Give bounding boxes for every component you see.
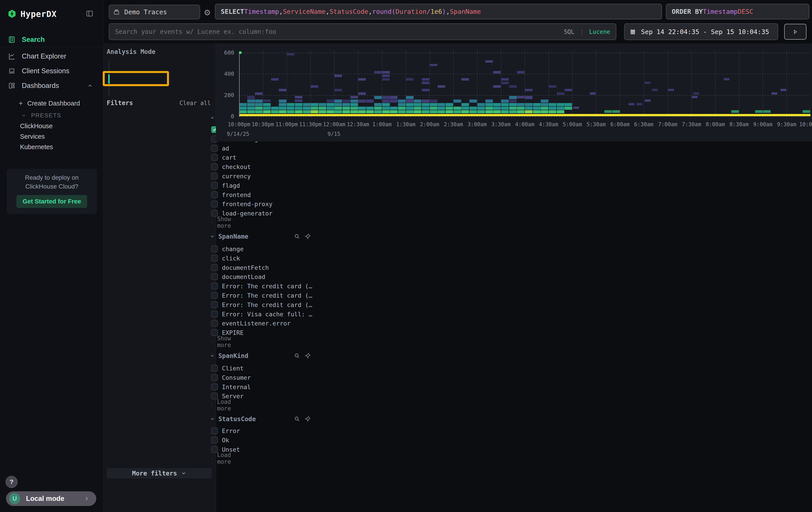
facet-pin-icon[interactable] (304, 353, 311, 359)
source-select[interactable]: Demo Traces (109, 5, 200, 19)
preset-link-clickhouse[interactable]: ClickHouse (20, 123, 53, 130)
gear-icon[interactable]: ⚙ (204, 8, 211, 17)
facet-pin-icon[interactable] (304, 233, 311, 240)
run-query-button[interactable] (784, 24, 807, 39)
facet-option-documentfetch[interactable]: documentFetch (211, 263, 316, 272)
checkbox[interactable] (211, 437, 218, 443)
create-dashboard-button[interactable]: + Create Dashboard (19, 99, 80, 108)
facet-option-label: flagd (222, 182, 240, 189)
facet-show-more-link[interactable]: Show more (211, 337, 233, 346)
checkbox[interactable] (211, 182, 218, 189)
facet-option-checkout[interactable]: checkout (211, 162, 316, 171)
facet-option-frontend-proxy[interactable]: frontend-proxy (211, 199, 316, 209)
language-toggle[interactable]: SQL | Lucene (564, 28, 610, 35)
facet-option-flagd[interactable]: flagd (211, 181, 316, 190)
y-tick-label: 0 (213, 113, 234, 119)
facet-option-client[interactable]: Client (211, 363, 316, 373)
x-tick-label: 6:00am (607, 121, 633, 128)
checkbox[interactable] (211, 292, 218, 299)
sidebar-item-chart-explorer[interactable]: Chart Explorer (0, 50, 104, 62)
facet-option-label: checkout (222, 163, 251, 170)
preset-link-kubernetes[interactable]: Kubernetes (20, 143, 53, 151)
facet-header-spankind[interactable]: SpanKind (210, 351, 317, 360)
facet-option-error-the-credit-card[interactable]: Error: The credit card (… (211, 300, 316, 309)
facet-load-more-link[interactable]: Load more (211, 401, 233, 410)
checkbox[interactable] (211, 173, 218, 180)
highlight-box (103, 71, 169, 86)
x-date-label: 9/15 (327, 131, 340, 137)
checkbox[interactable] (211, 264, 218, 271)
select-clause-input[interactable]: SELECT Timestamp, ServiceName, StatusCod… (215, 4, 662, 19)
facet-option-eventlistener-error[interactable]: eventListener.error (211, 319, 316, 328)
logo-text: HyperDX (21, 9, 57, 19)
facet-load-more-link[interactable]: Load more (211, 454, 233, 463)
preset-link-services[interactable]: Services (20, 133, 45, 140)
facet-option-error[interactable]: Error (211, 426, 316, 435)
facet-option-label: Error (222, 427, 240, 434)
promo-line1: Ready to deploy on (7, 174, 97, 181)
x-tick-label: 8:30am (726, 121, 752, 128)
facet-option-change[interactable]: change (211, 244, 316, 253)
help-button[interactable]: ? (5, 476, 18, 488)
facet-option-ad[interactable]: ad (211, 143, 316, 153)
lucene-toggle[interactable]: Lucene (589, 28, 610, 35)
clear-all-button[interactable]: Clear all (179, 100, 211, 106)
facet-show-more-link[interactable]: Show more (211, 218, 233, 227)
facet-search-icon[interactable] (294, 353, 300, 359)
facet-pin-icon[interactable] (304, 416, 311, 422)
x-tick-label: 8:00am (702, 121, 729, 128)
sql-toggle[interactable]: SQL (564, 28, 574, 35)
facet-option-cart[interactable]: cart (211, 153, 316, 162)
facet-option-consumer[interactable]: Consumer (211, 373, 316, 382)
checkbox[interactable] (211, 145, 218, 152)
checkbox[interactable] (211, 283, 218, 289)
facet-option-frontend[interactable]: frontend (211, 190, 316, 199)
checkbox[interactable] (211, 427, 218, 434)
checkbox[interactable] (211, 365, 218, 372)
order-by-input[interactable]: ORDER BY Timestamp DESC (666, 4, 809, 19)
checkbox[interactable] (211, 374, 218, 381)
checkbox[interactable] (211, 200, 218, 207)
collapse-sidebar-icon[interactable] (86, 10, 93, 17)
facet-header-spanname[interactable]: SpanName (210, 232, 317, 241)
checkbox[interactable] (211, 301, 218, 308)
x-tick-label: 10:30pm (250, 121, 276, 128)
presets-toggle[interactable]: PRESETS (21, 112, 61, 119)
chevron-down-icon (21, 113, 26, 118)
facet-search-icon[interactable] (294, 233, 300, 240)
x-tick-label: 12:00am (321, 121, 348, 128)
checkbox[interactable] (211, 320, 218, 327)
y-tick-label: 200 (213, 92, 234, 99)
checkbox[interactable] (211, 246, 218, 252)
facet-header-statuscode[interactable]: StatusCode (210, 414, 317, 424)
facet-option-currency[interactable]: currency (211, 171, 316, 181)
hyperdx-logo-icon (7, 9, 17, 18)
checkbox[interactable] (211, 255, 218, 262)
more-filters-button[interactable]: More filters (107, 468, 212, 478)
facet-option-ok[interactable]: Ok (211, 435, 316, 445)
checkbox[interactable] (211, 163, 218, 170)
search-input[interactable]: Search your events w/ Lucene ex. column:… (109, 23, 616, 40)
sidebar-item-dashboards[interactable]: Dashboards (0, 79, 104, 92)
event-deltas-heatmap[interactable] (239, 50, 810, 117)
facet-option-error-the-credit-card[interactable]: Error: The credit card (… (211, 281, 316, 291)
date-range-picker[interactable]: Sep 14 22:04:35 - Sep 15 10:04:35 (624, 23, 778, 40)
checkbox[interactable] (211, 191, 218, 198)
facet-option-click[interactable]: click (211, 253, 316, 263)
query-token: / (427, 8, 430, 16)
checkbox[interactable] (211, 154, 218, 161)
facet-option-error-the-credit-card[interactable]: Error: The credit card (… (211, 291, 316, 300)
query-token: ServiceName (283, 8, 325, 16)
sidebar-item-client-sessions[interactable]: Client Sessions (0, 65, 104, 77)
checkbox[interactable] (211, 273, 218, 280)
get-started-button[interactable]: Get Started for Free (17, 195, 87, 208)
facet-search-icon[interactable] (294, 416, 300, 422)
facet-option-error-visa-cache-full[interactable]: Error: Visa cache full: … (211, 309, 316, 319)
sidebar-item-search[interactable]: Search (0, 33, 104, 46)
local-mode-button[interactable]: U Local mode (6, 491, 96, 506)
facet-option-label: cart (222, 154, 236, 161)
checkbox[interactable] (211, 311, 218, 318)
checkbox[interactable] (211, 383, 218, 390)
facet-option-internal[interactable]: Internal (211, 382, 316, 392)
facet-option-documentload[interactable]: documentLoad (211, 272, 316, 281)
